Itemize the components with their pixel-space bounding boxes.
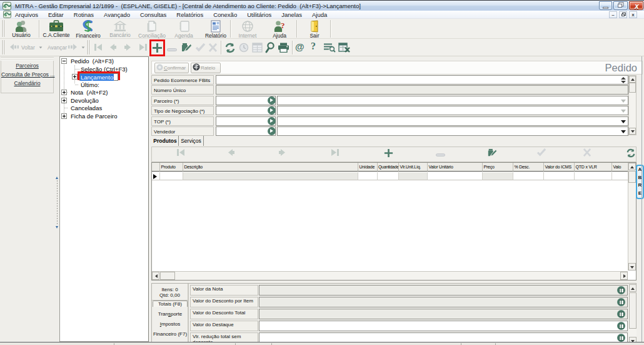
grid-column-preco[interactable]: Preço bbox=[483, 163, 513, 172]
back-button[interactable] bbox=[9, 43, 19, 52]
forward-dropdown-icon[interactable] bbox=[82, 46, 85, 48]
numero-unico-input[interactable] bbox=[216, 85, 628, 95]
grid-insert-button[interactable] bbox=[384, 148, 396, 161]
menu-consultas[interactable]: Consultas bbox=[140, 11, 166, 18]
grid-column-valor-unitario[interactable]: Valor Unitário bbox=[428, 163, 483, 172]
menu-rotinas[interactable]: Rotinas bbox=[74, 11, 94, 18]
confirm-button[interactable] bbox=[195, 43, 206, 53]
grid-cell[interactable] bbox=[513, 172, 544, 180]
cancel-button[interactable] bbox=[208, 43, 218, 53]
tab-transporte[interactable]: Transporte bbox=[153, 311, 188, 317]
tree-expand-icon[interactable] bbox=[61, 90, 67, 95]
tree-node-pedido[interactable]: Pedido (Alt+F3) bbox=[71, 58, 114, 64]
edit-button[interactable] bbox=[181, 43, 192, 54]
grid-column-valo[interactable]: Valo bbox=[612, 163, 628, 172]
history-button[interactable] bbox=[239, 43, 249, 54]
nav-first-button[interactable] bbox=[94, 43, 103, 53]
combo-arrow-icon[interactable] bbox=[621, 130, 626, 133]
back-dropdown-icon[interactable] bbox=[39, 46, 43, 48]
desconto-total-input[interactable] bbox=[259, 309, 628, 319]
grid-column-qtd-x-vlr[interactable]: QTD x VLR bbox=[575, 163, 612, 172]
search-button[interactable] bbox=[265, 42, 275, 54]
scroll-button[interactable] bbox=[629, 76, 636, 83]
toolbar-button-financeiro[interactable]: Financeiro bbox=[73, 19, 104, 38]
scroll-button[interactable] bbox=[629, 284, 636, 292]
vendedor-desc-input[interactable] bbox=[277, 126, 628, 136]
grid-view-button[interactable] bbox=[252, 43, 263, 54]
grid-column-produto[interactable]: Produto bbox=[160, 163, 183, 172]
abre-side-tab[interactable]: A B R E bbox=[636, 165, 644, 199]
toolbar-button-usuario[interactable]: Usuário bbox=[6, 19, 37, 38]
tree-node-canceladas[interactable]: Canceladas bbox=[71, 105, 102, 111]
refresh-button[interactable] bbox=[224, 43, 236, 54]
toolbar-button-cacliente[interactable]: C.A.Cliente bbox=[41, 19, 72, 38]
scroll-thumb[interactable] bbox=[628, 171, 636, 183]
combo-arrow-icon[interactable] bbox=[621, 110, 626, 113]
tree-node-lancamento[interactable]: Lançamento bbox=[80, 74, 114, 81]
grid-cell[interactable] bbox=[378, 172, 399, 180]
menu-editar[interactable]: Editar bbox=[48, 11, 64, 18]
grid-horizontal-scrollbar[interactable] bbox=[152, 271, 628, 280]
scroll-button[interactable] bbox=[628, 263, 636, 270]
forward-button[interactable] bbox=[68, 43, 78, 52]
tab-totais[interactable]: Totais (F8) bbox=[153, 301, 188, 307]
tree-node-ficha-parceiro[interactable]: Ficha de Parceiro bbox=[71, 113, 117, 120]
grid-cell[interactable] bbox=[399, 172, 428, 180]
grid-cell[interactable] bbox=[544, 172, 575, 180]
vendedor-code-input[interactable] bbox=[216, 126, 276, 136]
valor-nota-input[interactable] bbox=[259, 285, 628, 296]
grid-cell[interactable] bbox=[428, 172, 483, 180]
rateio-button[interactable]: Rateio bbox=[191, 63, 221, 73]
toolbar-button-conciliacao[interactable]: Conciliação bbox=[136, 19, 168, 38]
mdi-restore-button[interactable] bbox=[619, 11, 627, 18]
mdi-close-button[interactable]: x bbox=[629, 11, 637, 18]
tipo-negociacao-desc-input[interactable] bbox=[277, 106, 628, 115]
menu-avancado[interactable]: Avançado bbox=[104, 11, 130, 18]
grid-cell[interactable] bbox=[160, 172, 183, 180]
tab-impostos[interactable]: Impostos bbox=[153, 321, 188, 327]
desconto-total-calc-icon[interactable] bbox=[617, 310, 625, 318]
link-calendario[interactable]: Calendário bbox=[1, 80, 53, 86]
nav-prior-button[interactable] bbox=[109, 43, 117, 53]
scroll-button[interactable] bbox=[628, 163, 636, 170]
desconto-item-calc-icon[interactable] bbox=[617, 298, 625, 306]
print-button[interactable] bbox=[278, 43, 289, 54]
grid-cell[interactable] bbox=[575, 172, 612, 180]
scroll-thumb[interactable] bbox=[629, 292, 636, 329]
grid-next-button[interactable] bbox=[278, 148, 291, 161]
reducao-calc-icon[interactable] bbox=[617, 334, 625, 342]
log-search-button[interactable] bbox=[323, 43, 336, 54]
tree-collapse-icon[interactable] bbox=[61, 58, 67, 64]
form-scrollbar[interactable] bbox=[628, 75, 636, 135]
menu-conexao[interactable]: Conexão bbox=[213, 11, 237, 18]
nav-next-button[interactable] bbox=[124, 43, 132, 53]
toolbar-gripper[interactable] bbox=[1, 20, 4, 37]
parceiro-lookup-button[interactable] bbox=[268, 96, 276, 105]
grid-edit-button[interactable] bbox=[487, 148, 500, 161]
scroll-button[interactable] bbox=[629, 128, 636, 135]
link-parceiros[interactable]: Parceiros bbox=[1, 63, 53, 69]
menu-utilitarios[interactable]: Utilitários bbox=[247, 11, 271, 18]
top-desc-input[interactable] bbox=[277, 116, 628, 126]
parceiro-desc-input[interactable] bbox=[277, 96, 628, 105]
close-button[interactable]: x bbox=[629, 1, 643, 10]
toolbar-button-sair[interactable]: Sair bbox=[299, 19, 330, 38]
combo-arrow-icon[interactable] bbox=[621, 120, 626, 123]
grid-cell[interactable] bbox=[483, 172, 513, 180]
grid-column-quantidade[interactable]: Quantidade bbox=[378, 163, 399, 172]
tree-node-ultimo[interactable]: Último: bbox=[81, 81, 99, 88]
grid-column-valor-icms[interactable]: Valor do ICMS bbox=[544, 163, 575, 172]
tree-node-nota[interactable]: Nota (Alt+F2) bbox=[71, 89, 108, 96]
help-button[interactable]: ? bbox=[311, 41, 316, 52]
grid-column-perc-desc[interactable]: % Desc. bbox=[513, 163, 544, 172]
tree-expand-icon[interactable] bbox=[61, 98, 67, 103]
scroll-thumb[interactable] bbox=[160, 272, 175, 280]
tab-produtos[interactable]: Produtos bbox=[152, 136, 179, 146]
menu-janelas[interactable]: Janelas bbox=[281, 11, 302, 18]
mdi-minimize-button[interactable]: – bbox=[609, 11, 617, 18]
tab-financeiro[interactable]: Financeiro (F7) bbox=[153, 331, 188, 337]
grid-first-button[interactable] bbox=[176, 148, 189, 161]
grid-cancel-button[interactable] bbox=[583, 148, 595, 161]
toolbar-button-bancario[interactable]: Bancário bbox=[104, 19, 136, 38]
grid-last-button[interactable] bbox=[330, 148, 343, 161]
